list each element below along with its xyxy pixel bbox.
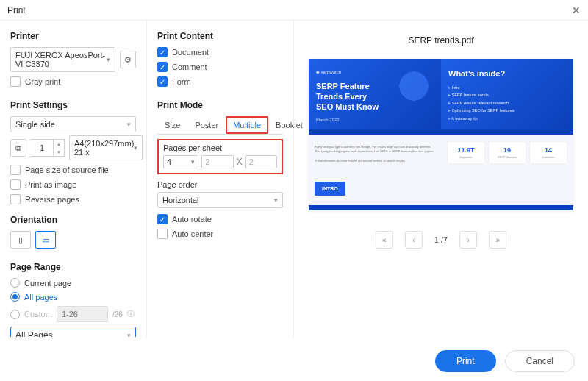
cancel-button[interactable]: Cancel xyxy=(505,350,575,372)
range-current-label: Current page xyxy=(24,279,71,288)
page-subset-value: All Pages xyxy=(15,330,53,337)
gear-icon: ⚙ xyxy=(124,55,132,65)
chevron-down-icon: ▾ xyxy=(107,56,110,63)
pps-cols-value: 2 xyxy=(205,157,209,166)
pager-first-button[interactable]: « xyxy=(376,231,393,249)
radio-icon xyxy=(10,278,20,288)
stat-card: 14industries xyxy=(530,142,566,163)
checkbox-icon: ✓ xyxy=(157,47,168,57)
preview-filename: SERP trends.pdf xyxy=(408,35,473,46)
orientation-landscape-button[interactable]: ▭ xyxy=(35,231,56,249)
slide3-intro-badge: INTRO xyxy=(315,182,345,196)
pps-rows-value: 2 xyxy=(249,157,254,166)
content-comment-label: Comment xyxy=(172,63,207,71)
print-as-image-checkbox[interactable]: Print as image xyxy=(10,179,136,190)
pager-prev-button[interactable]: ‹ xyxy=(405,231,423,249)
auto-center-label: Auto center xyxy=(172,229,213,238)
range-custom-radio[interactable]: Custom /26 ⓘ xyxy=(10,306,136,322)
content-form-label: Form xyxy=(172,77,191,86)
content-form-checkbox[interactable]: ✓Form xyxy=(157,76,283,87)
preview-slide-2: What's inside? Intro SERP feature trends… xyxy=(441,59,573,135)
stat-value: 19 xyxy=(492,146,522,154)
stat-value: 11.9T xyxy=(451,146,481,154)
auto-rotate-checkbox[interactable]: ✓Auto rotate xyxy=(157,214,283,224)
chevron-down-icon: ▾ xyxy=(274,196,278,204)
checkbox-icon xyxy=(10,76,21,87)
printer-value: FUJI XEROX ApeosPort-VI C3370 xyxy=(15,51,107,68)
radio-icon xyxy=(10,292,20,302)
step-up-icon[interactable]: ▲ xyxy=(54,140,64,148)
paper-select[interactable]: A4(210x297mm) 21 x ▾ xyxy=(69,135,143,160)
printer-label: Printer xyxy=(10,31,136,41)
orientation-label: Orientation xyxy=(10,215,136,225)
reverse-pages-checkbox[interactable]: Reverse pages xyxy=(10,194,136,204)
printer-settings-button[interactable]: ⚙ xyxy=(120,51,136,68)
pps-rows-stepper[interactable]: 2 xyxy=(245,155,277,168)
print-settings-label: Print Settings xyxy=(10,100,136,110)
tab-poster[interactable]: Poster xyxy=(187,116,226,134)
page-order-label: Page order xyxy=(157,180,283,189)
range-all-radio[interactable]: All pages xyxy=(10,292,136,302)
sides-value: Single side xyxy=(15,120,55,129)
stat-label: keywords xyxy=(451,155,481,159)
pager-value: 1 /7 xyxy=(434,235,448,244)
list-item: Intro xyxy=(448,84,566,91)
close-icon[interactable]: ✕ xyxy=(572,4,581,16)
printer-select[interactable]: FUJI XEROX ApeosPort-VI C3370 ▾ xyxy=(10,47,115,72)
radio-icon xyxy=(10,310,20,319)
checkbox-icon: ✓ xyxy=(157,214,168,224)
checkbox-icon: ✓ xyxy=(157,76,168,87)
slide2-heading: What's inside? xyxy=(448,69,566,78)
preview-panel: SERP trends.pdf ◆ serpwatch SERP Feature… xyxy=(294,21,588,337)
paper-value: A4(210x297mm) 21 x xyxy=(74,139,134,157)
sides-select[interactable]: Single side ▾ xyxy=(10,116,136,132)
list-item: SERP feature relevant research xyxy=(448,99,566,107)
orientation-portrait-button[interactable]: ▯ xyxy=(10,231,31,249)
tab-multiple[interactable]: Multiple xyxy=(227,118,267,132)
stat-label: SERP features xyxy=(492,155,522,159)
preview-pager: « ‹ 1 /7 › » xyxy=(376,231,506,249)
pps-cols-stepper[interactable]: 2 xyxy=(201,155,233,168)
slide3-text: Every time you type a question into Goog… xyxy=(315,145,435,164)
print-button[interactable]: Print xyxy=(435,350,496,372)
pages-per-sheet-label: Pages per sheet xyxy=(163,143,277,152)
page-size-source-label: Page size of source file xyxy=(25,165,109,174)
range-current-radio[interactable]: Current page xyxy=(10,278,136,288)
auto-center-checkbox[interactable]: Auto center xyxy=(157,229,283,239)
content-document-label: Document xyxy=(172,48,209,57)
page-order-select[interactable]: Horizontal ▾ xyxy=(157,192,283,208)
chevron-down-icon: ▾ xyxy=(134,144,137,152)
middle-panel: Print Content ✓Document ✓Comment ✓Form P… xyxy=(147,21,294,337)
chevron-down-icon: ▾ xyxy=(127,332,131,337)
print-content-label: Print Content xyxy=(157,31,283,41)
gray-print-checkbox[interactable]: Gray print xyxy=(10,76,136,87)
page-size-source-checkbox[interactable]: Page size of source file xyxy=(10,165,136,175)
print-mode-label: Print Mode xyxy=(157,100,283,110)
preview-slide-1: ◆ serpwatch SERP Feature Trends Every SE… xyxy=(309,59,441,135)
list-item: Optimizing SEO for SERP features xyxy=(448,107,566,114)
info-icon: ⓘ xyxy=(127,309,135,319)
content-document-checkbox[interactable]: ✓Document xyxy=(157,47,283,57)
print-mode-tabs: Size Poster Multiple Booklet xyxy=(157,116,283,135)
list-item: A takeaway tip xyxy=(448,115,566,122)
content-comment-checkbox[interactable]: ✓Comment xyxy=(157,62,283,72)
copies-stepper[interactable]: 1 ▲▼ xyxy=(31,139,65,157)
chevron-down-icon: ▾ xyxy=(191,158,195,165)
checkbox-icon xyxy=(10,165,21,175)
pages-per-sheet-select[interactable]: 4▾ xyxy=(163,155,198,168)
range-custom-input[interactable] xyxy=(57,306,108,322)
pager-next-button[interactable]: › xyxy=(459,231,477,249)
step-down-icon[interactable]: ▼ xyxy=(54,148,64,156)
tab-size[interactable]: Size xyxy=(157,116,187,134)
stat-card: 11.9Tkeywords xyxy=(448,142,484,163)
page-range-label: Page Range xyxy=(10,262,136,272)
stat-label: industries xyxy=(533,155,563,159)
print-as-image-label: Print as image xyxy=(25,180,76,189)
magnify-gear-icon xyxy=(397,69,431,103)
checkbox-icon xyxy=(157,229,168,239)
page-subset-select[interactable]: All Pages ▾ xyxy=(10,327,136,337)
copies-icon: ⧉ xyxy=(10,139,26,157)
checkbox-icon: ✓ xyxy=(157,62,168,72)
pager-last-button[interactable]: » xyxy=(489,231,506,249)
auto-rotate-label: Auto rotate xyxy=(172,215,212,224)
